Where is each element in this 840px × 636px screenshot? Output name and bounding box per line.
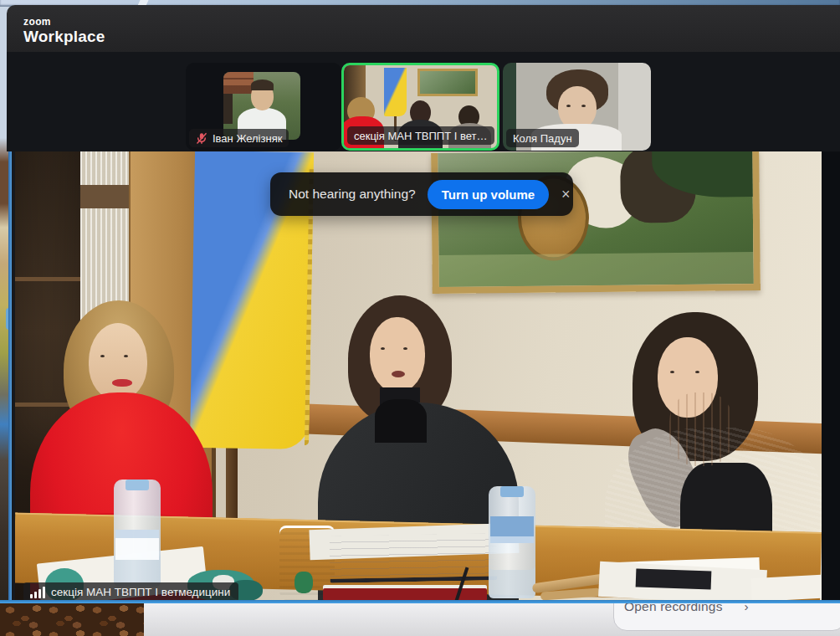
participant-name: Іван Желізняк (213, 132, 282, 145)
zoom-titlebar: zoom Workplace (7, 5, 840, 52)
window-edge-highlight-left (8, 151, 12, 603)
toast-message: Not hearing anything? (289, 187, 416, 202)
muted-mic-icon (196, 132, 207, 145)
mini-painting (417, 69, 478, 96)
main-video-name-tag: секція МАН ТВППТ І ветмедицини (23, 582, 238, 601)
turn-up-volume-button[interactable]: Turn up volume (428, 180, 549, 209)
open-notebook (330, 533, 498, 582)
participant-name-tag: секція МАН ТВППТ І вет… (347, 126, 494, 145)
audio-toast: Not hearing anything? Turn up volume × (270, 172, 573, 216)
participant-tile-section-active[interactable]: секція МАН ТВППТ І вет… (341, 63, 499, 151)
desktop-wallpaper-coffee-beans (0, 603, 144, 636)
participant-tile-ivan[interactable]: Іван Желізняк (186, 63, 341, 151)
close-icon[interactable]: × (561, 187, 571, 202)
participant-name-tag: Іван Желізняк (189, 129, 289, 147)
workplace-wordmark: Workplace (23, 28, 105, 46)
signal-bars-icon (30, 587, 45, 598)
zoom-logo: zoom (23, 16, 51, 28)
participant-name: секція МАН ТВППТ І вет… (354, 130, 488, 142)
main-video-name: секція МАН ТВППТ І ветмедицини (51, 586, 230, 598)
participant-name-tag: Коля Падун (506, 129, 579, 147)
participant-name: Коля Падун (513, 132, 572, 145)
letterbox-bar (822, 151, 840, 601)
window-edge-highlight-bottom (0, 600, 840, 603)
participant-tile-kolya[interactable]: Коля Падун (503, 63, 651, 151)
mini-ukraine-flag (384, 68, 407, 116)
main-video: секція МАН ТВППТ І ветмедицини (15, 151, 822, 601)
screen: Open recordings › zoom Workplace (0, 0, 840, 636)
